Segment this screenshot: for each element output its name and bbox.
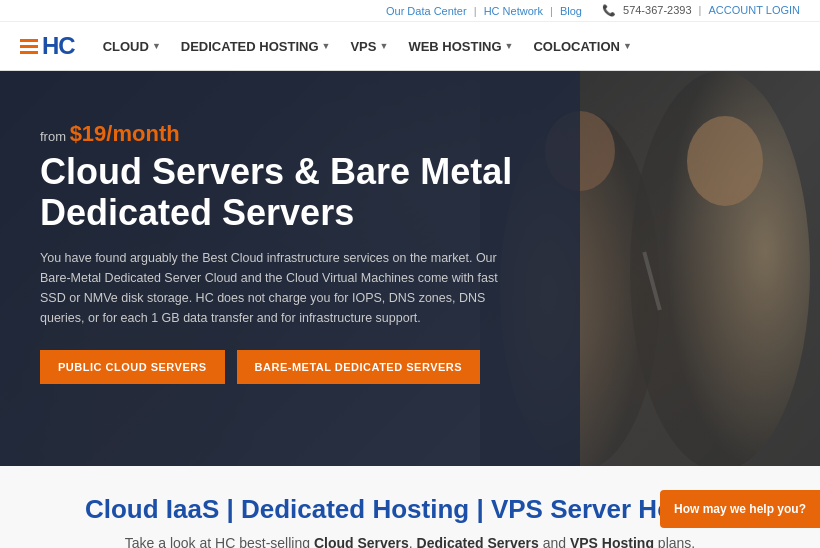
nav-vps[interactable]: VPS ▼ (342, 33, 396, 60)
phone-number: 574-367-2393 (623, 4, 692, 16)
nav-dedicated-hosting[interactable]: DEDICATED HOSTING ▼ (173, 33, 339, 60)
nav-colocation-link[interactable]: COLOCATION ▼ (525, 33, 639, 60)
phone-icon: 📞 (602, 4, 616, 16)
hero-title: Cloud Servers & Bare Metal Dedicated Ser… (40, 151, 560, 234)
hero-buttons: PUBLIC CLOUD SERVERS BARE-METAL DEDICATE… (40, 350, 560, 384)
logo[interactable]: HC (20, 32, 75, 60)
hc-network-link[interactable]: HC Network (484, 5, 543, 17)
svg-point-4 (687, 116, 763, 206)
phone-area: 📞 574-367-2393 | ACCOUNT LOGIN (602, 4, 800, 17)
chevron-down-icon: ▼ (379, 41, 388, 51)
divider1: | (474, 5, 480, 17)
chat-button[interactable]: How may we help you? (660, 490, 820, 528)
logo-icon (20, 39, 38, 54)
nav-cloud-link[interactable]: CLOUD ▼ (95, 33, 169, 60)
top-bar: Our Data Center | HC Network | Blog 📞 57… (0, 0, 820, 22)
hero-content: from $19/month Cloud Servers & Bare Meta… (40, 121, 560, 384)
cloud-servers-text: Cloud Servers (314, 535, 409, 548)
hero-from-label: from $19/month (40, 121, 560, 147)
divider3: | (699, 4, 705, 16)
nav-menu: CLOUD ▼ DEDICATED HOSTING ▼ VPS ▼ WEB HO… (95, 33, 640, 60)
nav-web-hosting[interactable]: WEB HOSTING ▼ (400, 33, 521, 60)
chevron-down-icon: ▼ (505, 41, 514, 51)
section-subtitle: Take a look at HC best-selling Cloud Ser… (20, 535, 800, 548)
vps-hosting-text: VPS Hosting (570, 535, 654, 548)
hero-description: You have found arguably the Best Cloud i… (40, 248, 520, 328)
logo-text: HC (42, 32, 75, 60)
nav-vps-link[interactable]: VPS ▼ (342, 33, 396, 60)
nav-colocation[interactable]: COLOCATION ▼ (525, 33, 639, 60)
public-cloud-servers-button[interactable]: PUBLIC CLOUD SERVERS (40, 350, 225, 384)
hero-section: from $19/month Cloud Servers & Bare Meta… (0, 71, 820, 466)
chevron-down-icon: ▼ (623, 41, 632, 51)
blog-link[interactable]: Blog (560, 5, 582, 17)
nav-web-hosting-link[interactable]: WEB HOSTING ▼ (400, 33, 521, 60)
hero-price: $19/month (70, 121, 180, 146)
top-bar-links: Our Data Center | HC Network | Blog (386, 5, 582, 17)
account-login-link[interactable]: ACCOUNT LOGIN (709, 4, 800, 16)
main-nav: HC CLOUD ▼ DEDICATED HOSTING ▼ VPS ▼ WEB… (0, 22, 820, 71)
nav-dedicated-link[interactable]: DEDICATED HOSTING ▼ (173, 33, 339, 60)
bare-metal-dedicated-servers-button[interactable]: BARE-METAL DEDICATED SERVERS (237, 350, 481, 384)
divider2: | (550, 5, 556, 17)
chevron-down-icon: ▼ (322, 41, 331, 51)
dedicated-servers-text: Dedicated Servers (417, 535, 539, 548)
our-data-center-link[interactable]: Our Data Center (386, 5, 467, 17)
nav-cloud[interactable]: CLOUD ▼ (95, 33, 169, 60)
chevron-down-icon: ▼ (152, 41, 161, 51)
